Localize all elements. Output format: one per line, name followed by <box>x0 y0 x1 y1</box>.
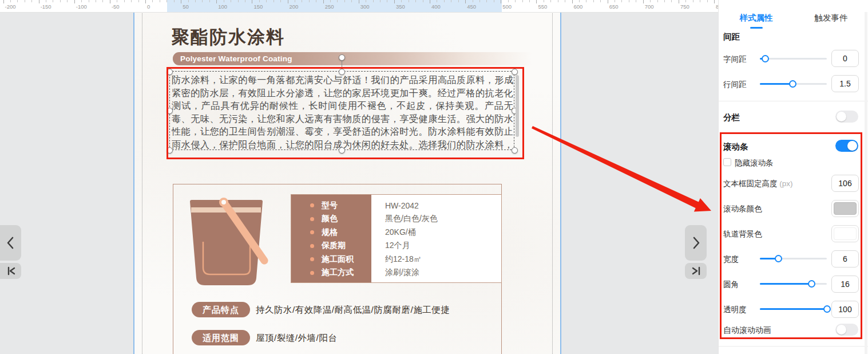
ruler-tick-label: 500 <box>502 3 512 10</box>
table-row: 颜色 黑色/白色/灰色 <box>291 213 501 226</box>
spec-label: 保质期 <box>322 241 370 251</box>
ruler-tick-label: 650 <box>609 3 619 10</box>
ruler-tick <box>409 0 409 2</box>
ruler-tick <box>650 0 651 2</box>
last-page-button[interactable] <box>685 263 707 279</box>
spec-label: 施工面积 <box>322 254 370 265</box>
ruler-tick <box>81 0 82 2</box>
ruler-tick <box>31 0 32 2</box>
annotation-rect-textbox <box>167 67 524 159</box>
ruler-tick-label: -150 <box>41 3 51 10</box>
ruler-tick <box>288 0 288 3</box>
ruler-tick <box>714 0 715 3</box>
ruler-tick <box>10 0 11 2</box>
ruler-tick-label: 0 <box>147 3 150 10</box>
ruler-tick <box>67 0 68 2</box>
ruler-tick <box>252 0 252 3</box>
slider-knob[interactable] <box>762 55 769 62</box>
ruler-tick <box>323 0 324 3</box>
ruler-tick <box>423 0 423 2</box>
ruler-tick <box>657 0 658 2</box>
ruler-tick <box>3 0 4 3</box>
table-row: 型号 HW-2042 <box>291 199 501 213</box>
spec-value: 12个月 <box>385 241 410 251</box>
ruler-tick-label: 200 <box>290 3 299 10</box>
bullet-icon <box>310 244 314 248</box>
rotation-handle[interactable] <box>339 54 345 61</box>
ruler-tick <box>529 0 530 2</box>
ruler-tick <box>586 0 586 2</box>
line-spacing-input[interactable]: 1.5 <box>831 75 859 92</box>
panel-scrollbar-track[interactable] <box>865 12 867 354</box>
next-page-button[interactable] <box>685 225 707 261</box>
active-tab-underline <box>750 27 763 29</box>
ruler-tick <box>636 0 636 2</box>
ruler-tick <box>231 0 231 2</box>
bullet-icon <box>310 217 314 221</box>
spec-value: 黑色/白色/灰色 <box>385 214 438 224</box>
ruler-tick <box>266 0 267 2</box>
ruler-tick-label: 300 <box>360 3 370 10</box>
ruler-tick <box>295 0 295 2</box>
ruler-tick <box>473 0 473 2</box>
ruler-tick <box>387 0 387 2</box>
prev-page-button[interactable] <box>0 225 21 261</box>
ruler-tick <box>316 0 316 2</box>
ruler-tick <box>579 0 580 2</box>
chevron-left-icon <box>1 226 21 260</box>
page-title[interactable]: 聚酯防水涂料 <box>172 25 285 49</box>
ruler-tick <box>209 0 210 2</box>
spec-table: 型号 HW-2042 颜色 黑色/白色/灰色 规格 20KG/桶 保质期 12个… <box>291 194 502 283</box>
ruler-tick-label: 750 <box>680 3 689 10</box>
letter-spacing-input[interactable]: 0 <box>831 50 859 67</box>
ruler-tick-label: 600 <box>574 3 583 10</box>
ruler-tick <box>451 0 451 2</box>
scope-badge: 适用范围 <box>192 330 250 345</box>
ruler-tick <box>494 0 494 2</box>
columns-toggle[interactable] <box>835 111 858 123</box>
ruler-tick <box>110 0 110 3</box>
ruler-tick <box>401 0 402 2</box>
divider <box>719 101 868 101</box>
ruler-tick <box>102 0 103 2</box>
subtitle-banner[interactable]: Polyester Waterproof Coating <box>173 52 532 65</box>
tab-trigger-events[interactable]: 触发事件 <box>794 13 868 23</box>
ruler-tick <box>202 0 203 2</box>
line-spacing-label: 行间距 <box>723 80 747 90</box>
ruler-tick <box>152 0 153 2</box>
ruler-tick <box>216 0 217 3</box>
first-page-button[interactable] <box>0 263 21 279</box>
product-info-box[interactable]: 型号 HW-2042 颜色 黑色/白色/灰色 规格 20KG/桶 保质期 12个… <box>173 184 502 354</box>
tab-style-properties[interactable]: 样式属性 <box>719 13 794 23</box>
panel-tabs: 样式属性 触发事件 <box>719 13 868 23</box>
feature-list-text: 持久防水/有效降温/耐高低温/防腐耐磨/施工便捷 <box>256 304 450 316</box>
spec-label: 型号 <box>322 200 370 211</box>
line-spacing-slider[interactable] <box>760 80 827 88</box>
chevron-right-icon <box>685 226 706 260</box>
ruler-tick <box>444 0 445 2</box>
spec-value: 约12-18㎡ <box>385 254 422 265</box>
ruler[interactable]: -200-150-100-500501001502002503003504004… <box>0 0 718 13</box>
spec-label: 颜色 <box>322 214 370 224</box>
divider <box>719 346 868 347</box>
skip-to-start-icon <box>1 263 21 279</box>
ruler-tick-label: 100 <box>218 3 227 10</box>
ruler-tick <box>39 0 39 3</box>
ruler-tick <box>89 0 89 2</box>
ruler-tick <box>664 0 665 2</box>
ruler-tick <box>465 0 466 3</box>
ruler-tick <box>195 0 196 2</box>
table-row: 规格 20KG/桶 <box>291 226 501 239</box>
ruler-tick <box>707 0 708 2</box>
skip-to-end-icon <box>685 263 706 279</box>
margin-guide-right <box>552 12 553 354</box>
bullet-icon <box>310 257 314 261</box>
table-row: 施工方式 涂刷/滚涂 <box>291 266 501 280</box>
ruler-tick <box>373 0 374 2</box>
ruler-tick <box>515 0 516 2</box>
spec-value: HW-2042 <box>385 201 419 210</box>
annotation-rect-scrollbar-section <box>720 132 862 339</box>
ruler-tick <box>174 0 175 2</box>
slider-knob[interactable] <box>789 80 796 88</box>
letter-spacing-slider[interactable] <box>760 55 827 62</box>
